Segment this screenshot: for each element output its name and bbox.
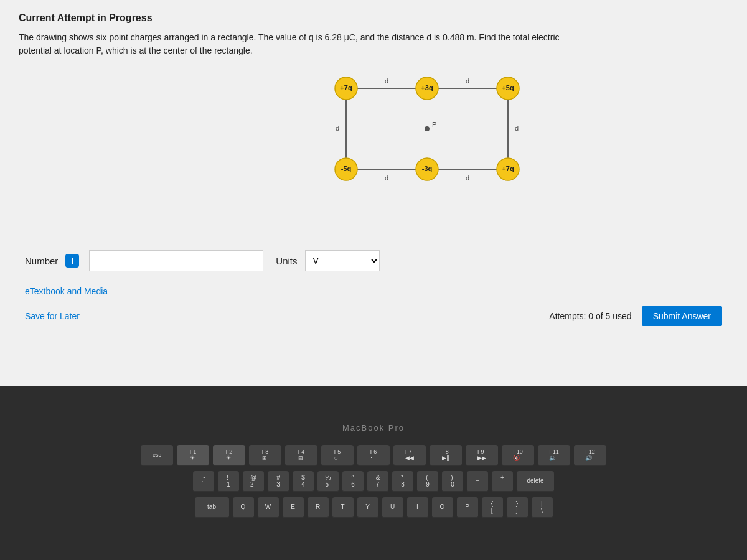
key-f2[interactable]: F2☀	[213, 445, 245, 466]
key-minus[interactable]: _-	[467, 471, 488, 492]
key-f4[interactable]: F4⊟	[285, 445, 317, 466]
key-q[interactable]: Q	[233, 497, 254, 518]
key-f6[interactable]: F6⋯	[357, 445, 390, 466]
key-i[interactable]: I	[407, 497, 428, 518]
volume-up-icon: F12🔊	[585, 449, 595, 461]
number-label: Number	[25, 256, 58, 266]
svg-text:+5q: +5q	[502, 84, 514, 91]
input-row: Number i Units V kV MV	[19, 250, 728, 271]
svg-text:+3q: +3q	[421, 84, 433, 91]
key-lbracket[interactable]: {[	[482, 497, 503, 518]
fast-forward-icon: F9▶▶	[477, 449, 486, 461]
key-backslash[interactable]: |\	[532, 497, 553, 518]
bottom-bar: Save for Later Attempts: 0 of 5 used Sub…	[19, 306, 728, 326]
key-0[interactable]: )0	[442, 471, 463, 492]
svg-text:P: P	[432, 121, 436, 128]
save-later-link[interactable]: Save for Later	[25, 311, 80, 321]
key-7[interactable]: &7	[367, 471, 388, 492]
volume-down-icon: F11🔉	[549, 449, 559, 461]
keyboard-area: MacBook Pro esc F1☀ F2☀ F3⊞ F4⊟ F5⌽ F6⋯ …	[0, 386, 747, 560]
key-u[interactable]: U	[382, 497, 403, 518]
rewind-icon: F7◀◀	[405, 449, 414, 461]
units-label: Units	[276, 256, 297, 266]
svg-text:+7q: +7q	[502, 165, 514, 172]
key-escape[interactable]: esc	[141, 445, 173, 466]
macbook-pro-text: MacBook Pro	[342, 423, 405, 432]
dnd-icon: F6⋯	[370, 449, 377, 461]
browser-content: Current Attempt in Progress The drawing …	[0, 0, 747, 386]
launchpad-icon: F4⊟	[298, 449, 305, 461]
key-delete[interactable]: delete	[517, 471, 554, 492]
key-5[interactable]: %5	[317, 471, 339, 492]
question-text: The drawing shows six point charges arra…	[19, 31, 579, 57]
current-attempt-header: Current Attempt in Progress	[19, 12, 728, 24]
diagram-svg: d d d d d d P +7q +3q +5q	[284, 70, 583, 234]
mute-icon: F10🔇	[513, 449, 523, 461]
key-rbracket[interactable]: }]	[507, 497, 528, 518]
svg-point-12	[425, 126, 430, 131]
svg-text:d: d	[336, 124, 339, 132]
units-select[interactable]: V kV MV	[305, 250, 380, 271]
svg-text:d: d	[466, 77, 469, 85]
key-f5[interactable]: F5⌽	[321, 445, 354, 466]
key-w[interactable]: W	[258, 497, 279, 518]
svg-text:d: d	[385, 174, 388, 182]
brightness-up-icon: F2☀	[226, 449, 233, 461]
svg-text:-3q: -3q	[422, 165, 433, 172]
mission-control-icon: F3⊞	[262, 449, 269, 461]
key-equals[interactable]: +=	[492, 471, 513, 492]
function-key-row: esc F1☀ F2☀ F3⊞ F4⊟ F5⌽ F6⋯ F7◀◀ F8▶|| F…	[141, 445, 606, 466]
brightness-down-icon: F1☀	[190, 449, 197, 461]
attempts-text: Attempts: 0 of 5 used	[549, 311, 631, 321]
key-f11[interactable]: F11🔉	[538, 445, 570, 466]
dictation-icon: F5⌽	[334, 449, 341, 461]
key-o[interactable]: O	[432, 497, 453, 518]
key-f9[interactable]: F9▶▶	[466, 445, 498, 466]
svg-text:+7q: +7q	[340, 84, 352, 91]
key-3[interactable]: #3	[268, 471, 289, 492]
key-f1[interactable]: F1☀	[177, 445, 209, 466]
submit-answer-button[interactable]: Submit Answer	[642, 306, 722, 326]
key-e[interactable]: E	[283, 497, 304, 518]
qwerty-row: tab Q W E R T Y U I O P {[ }] |\	[195, 497, 553, 518]
key-r[interactable]: R	[308, 497, 329, 518]
etextbook-link[interactable]: eTextbook and Media	[19, 286, 728, 296]
key-4[interactable]: $4	[293, 471, 314, 492]
key-f3[interactable]: F3⊞	[249, 445, 281, 466]
key-6[interactable]: ^6	[342, 471, 364, 492]
key-1[interactable]: !1	[218, 471, 239, 492]
key-9[interactable]: (9	[417, 471, 438, 492]
key-8[interactable]: *8	[392, 471, 413, 492]
key-2[interactable]: @2	[243, 471, 264, 492]
key-t[interactable]: T	[332, 497, 354, 518]
key-f8[interactable]: F8▶||	[430, 445, 462, 466]
key-y[interactable]: Y	[357, 497, 378, 518]
key-f12[interactable]: F12🔊	[574, 445, 606, 466]
info-icon[interactable]: i	[65, 254, 79, 268]
svg-text:d: d	[385, 77, 388, 85]
play-pause-icon: F8▶||	[442, 449, 449, 461]
number-input[interactable]	[89, 250, 263, 271]
key-f7[interactable]: F7◀◀	[393, 445, 426, 466]
number-key-row: ~` !1 @2 #3 $4 %5 ^6 &7 *8 (9 )0 _- += d…	[193, 471, 554, 492]
svg-text:-5q: -5q	[341, 165, 352, 172]
svg-text:d: d	[515, 124, 519, 132]
key-f10[interactable]: F10🔇	[502, 445, 534, 466]
key-tab[interactable]: tab	[195, 497, 229, 518]
key-backtick[interactable]: ~`	[193, 471, 214, 492]
attempts-submit: Attempts: 0 of 5 used Submit Answer	[549, 306, 722, 326]
key-p[interactable]: P	[457, 497, 478, 518]
svg-text:d: d	[466, 174, 469, 182]
diagram-area: d d d d d d P +7q +3q +5q	[19, 70, 728, 238]
